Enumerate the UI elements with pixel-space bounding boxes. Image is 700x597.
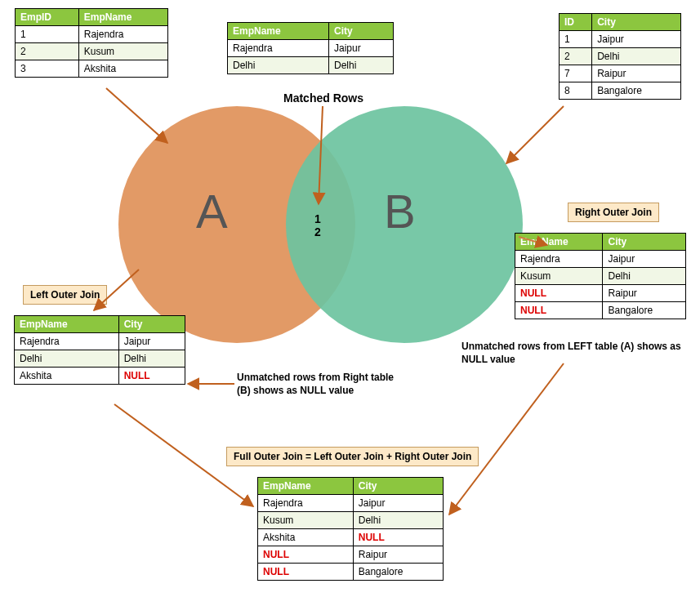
col-header: EmpName (15, 316, 119, 333)
table-row: RajendraJaipur (258, 495, 444, 512)
table-row: KusumDelhi (515, 268, 686, 285)
table-matched: EmpName City RajendraJaipurDelhiDelhi (227, 22, 394, 74)
table-cell: Delhi (592, 48, 681, 65)
table-row: 3Akshita (16, 60, 168, 78)
table-row: DelhiDelhi (15, 350, 185, 368)
table-row: 2Delhi (560, 48, 681, 65)
table-cell: Kusum (515, 268, 603, 285)
venn-intersection: 1 2 (314, 212, 321, 238)
table-cell: Akshita (15, 368, 119, 385)
table-cell: NULL (258, 546, 354, 564)
table-cell: Jaipur (592, 31, 681, 48)
table-cell: Delhi (603, 268, 686, 285)
table-cell: Jaipur (118, 333, 185, 350)
table-cell: Rajendra (228, 40, 329, 57)
table-cell: Akshita (258, 529, 354, 546)
col-header: EmpName (78, 9, 167, 26)
col-header: City (328, 23, 393, 40)
table-row: 7Raipur (560, 65, 681, 82)
table-cell: Rajendra (15, 333, 119, 350)
right-outer-join-badge: Right Outer Join (568, 203, 659, 222)
venn-id-2: 2 (314, 225, 321, 238)
table-row: 8Bangalore (560, 82, 681, 100)
table-cell: Delhi (353, 512, 443, 529)
table-cell: 2 (560, 48, 592, 65)
table-row: 1Rajendra (16, 26, 168, 43)
table-cell: Bangalore (353, 564, 443, 581)
table-cell: Rajendra (78, 26, 167, 43)
table-row: NULLRaipur (515, 285, 686, 302)
table-right-outer: EmpName City RajendraJaipurKusumDelhiNUL… (515, 233, 686, 319)
table-cell: 1 (16, 26, 79, 43)
table-cell: Rajendra (258, 495, 354, 512)
col-header: EmpName (515, 234, 603, 251)
full-outer-join-badge: Full Outer Join = Left Outer Join + Righ… (226, 447, 479, 466)
right-null-caption: Unmatched rows from LEFT table (A) shows… (461, 341, 682, 366)
table-row: AkshitaNULL (15, 368, 185, 385)
table-row: DelhiDelhi (228, 57, 394, 74)
table-cell: Delhi (228, 57, 329, 74)
table-cell: 8 (560, 82, 592, 100)
table-cell: NULL (515, 285, 603, 302)
arrow-right-to-full (449, 363, 564, 515)
table-cell: Delhi (118, 350, 185, 368)
table-cell: Bangalore (603, 302, 686, 319)
matched-rows-label: Matched Rows (283, 91, 363, 105)
table-row: KusumDelhi (258, 512, 444, 529)
venn-id-1: 1 (314, 212, 321, 225)
table-b: ID City 1Jaipur2Delhi7Raipur8Bangalore (559, 13, 681, 100)
table-left-outer: EmpName City RajendraJaipurDelhiDelhiAks… (14, 315, 185, 385)
table-row: NULLRaipur (258, 546, 444, 564)
table-cell: Raipur (603, 285, 686, 302)
table-row: NULLBangalore (515, 302, 686, 319)
table-cell: Jaipur (603, 251, 686, 268)
table-cell: Jaipur (328, 40, 393, 57)
table-cell: Jaipur (353, 495, 443, 512)
table-row: RajendraJaipur (228, 40, 394, 57)
table-row: 1Jaipur (560, 31, 681, 48)
table-cell: Delhi (328, 57, 393, 74)
table-cell: 2 (16, 43, 79, 60)
table-cell: NULL (353, 529, 443, 546)
venn-label-b: B (384, 184, 416, 238)
table-cell: Kusum (78, 43, 167, 60)
table-row: RajendraJaipur (515, 251, 686, 268)
col-header: EmpName (228, 23, 329, 40)
table-row: RajendraJaipur (15, 333, 185, 350)
table-row: AkshitaNULL (258, 529, 444, 546)
left-null-caption: Unmatched rows from Right table (B) show… (237, 372, 408, 397)
col-header: City (118, 316, 185, 333)
table-row: NULLBangalore (258, 564, 444, 581)
col-header: ID (560, 14, 592, 31)
col-header: City (353, 478, 443, 495)
table-cell: NULL (258, 564, 354, 581)
left-outer-join-badge: Left Outer Join (23, 285, 107, 305)
table-cell: Raipur (353, 546, 443, 564)
table-cell: Raipur (592, 65, 681, 82)
table-cell: 7 (560, 65, 592, 82)
table-cell: NULL (118, 368, 185, 385)
table-cell: Rajendra (515, 251, 603, 268)
col-header: City (592, 14, 681, 31)
venn-label-a: A (196, 184, 228, 238)
col-header: EmpName (258, 478, 354, 495)
table-cell: 3 (16, 60, 79, 78)
col-header: EmpID (16, 9, 79, 26)
arrow-b-to-venn (506, 106, 564, 163)
table-a: EmpID EmpName 1Rajendra2Kusum3Akshita (15, 8, 168, 78)
table-cell: Bangalore (592, 82, 681, 100)
table-cell: Delhi (15, 350, 119, 368)
table-cell: NULL (515, 302, 603, 319)
diagram-canvas: A B 1 2 Matched Rows Left Outer Join Rig… (0, 0, 700, 597)
table-cell: Akshita (78, 60, 167, 78)
table-cell: 1 (560, 31, 592, 48)
table-row: 2Kusum (16, 43, 168, 60)
table-full-outer: EmpName City RajendraJaipurKusumDelhiAks… (257, 477, 444, 581)
table-cell: Kusum (258, 512, 354, 529)
col-header: City (603, 234, 686, 251)
